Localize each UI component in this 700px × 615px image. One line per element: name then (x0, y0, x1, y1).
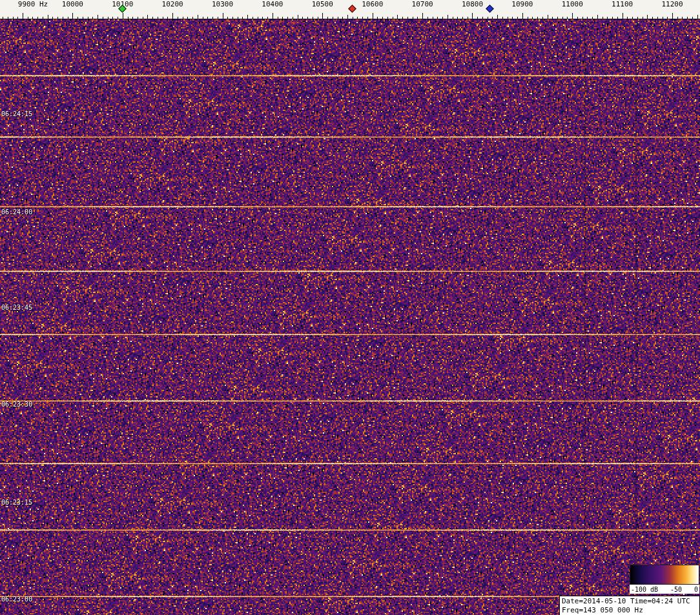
colorbar-labels: -100 dB -50 0 (630, 585, 699, 594)
colorbar: -100 dB -50 0 (630, 565, 699, 594)
colorbar-label-min: -100 dB (631, 586, 658, 593)
info-line-date-time: Date=2014-05-10 Time=04:24 UTC (562, 597, 697, 606)
spectrogram-app: 06:24:1506:24:0006:23:4506:23:3006:23:15… (0, 0, 700, 615)
info-line-frequency: Freq=143 050 000 Hz (562, 606, 697, 615)
frequency-ruler[interactable] (0, 0, 700, 19)
spectrogram-canvas (0, 19, 700, 615)
colorbar-label-mid: -50 (670, 586, 682, 593)
colorbar-label-max: 0 (694, 586, 698, 593)
frequency-ruler-canvas (0, 0, 700, 19)
waterfall-display: 06:24:1506:24:0006:23:4506:23:3006:23:15… (0, 19, 700, 615)
info-box: Date=2014-05-10 Time=04:24 UTC Freq=143 … (559, 596, 700, 615)
colorbar-gradient (630, 565, 699, 585)
